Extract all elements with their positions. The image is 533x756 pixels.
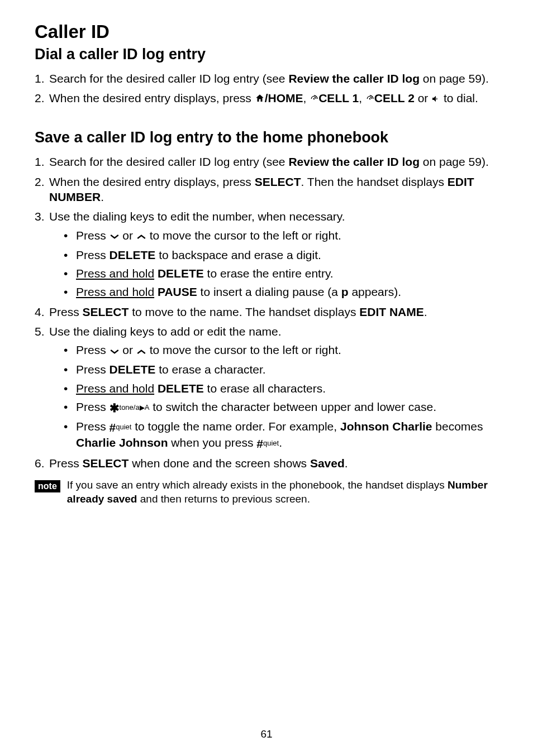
note-text: If you save an entry which already exist… [67, 479, 498, 506]
note-badge: note [35, 480, 60, 492]
text: to move to the name. The handset display… [129, 305, 359, 318]
text: Search for the desired caller ID log ent… [49, 155, 288, 168]
text: to insert a dialing pause (a [197, 285, 341, 298]
list-item: Press SELECT to move to the name. The ha… [35, 304, 498, 319]
text: Press [49, 305, 83, 318]
text-bold: Saved [310, 457, 345, 470]
text: . [101, 190, 104, 203]
text: on page 59). [420, 155, 489, 168]
list-item: Press and hold PAUSE to insert a dialing… [64, 284, 498, 299]
speaker-icon [431, 92, 440, 107]
text: becomes [432, 420, 483, 433]
text: Press [76, 400, 110, 413]
text-bold: DELETE [158, 267, 204, 280]
text: or [415, 92, 431, 104]
text: . [279, 436, 282, 449]
text: to switch the character between upper an… [149, 400, 436, 413]
text: to toggle the name order. For example, [131, 420, 340, 433]
text: on page 59). [420, 72, 489, 85]
text: , [359, 92, 365, 104]
text: when you press [168, 436, 257, 449]
text-underline: Press and hold [76, 285, 154, 298]
text: Use the dialing keys to edit the number,… [49, 210, 345, 223]
text: to backspace and erase a digit. [155, 248, 321, 261]
text: to move the cursor to the left or right. [146, 343, 341, 356]
asterisk-icon: ✱ [110, 400, 120, 415]
text: or [120, 343, 136, 356]
text-bold: p [341, 285, 349, 298]
list-item: Press or to move the cursor to the left … [64, 228, 498, 244]
list-item: Search for the desired caller ID log ent… [35, 154, 498, 169]
text-bold: CELL 1 [318, 92, 359, 104]
chevron-down-icon [110, 228, 120, 243]
page-number: 61 [0, 728, 533, 740]
key-label: quiet [116, 423, 131, 431]
list-item: Press SELECT when done and the screen sh… [35, 456, 498, 471]
text: Press [76, 420, 110, 433]
text-bold: Review the caller ID log [288, 155, 420, 168]
signal-icon [310, 92, 318, 107]
list-item: Press and hold DELETE to erase the entir… [64, 266, 498, 281]
text: Press [76, 343, 110, 356]
list-item: Press or to move the cursor to the left … [64, 342, 498, 358]
text: to erase the entire entry. [204, 267, 334, 280]
home-icon [255, 92, 265, 107]
list-item: Press and hold DELETE to erase all chara… [64, 381, 498, 396]
section-1-title: Dial a caller ID log entry [35, 46, 498, 63]
list-item: When the desired entry displays, press S… [35, 174, 498, 205]
text-underline: Press and hold [76, 382, 154, 395]
text: Press [49, 457, 83, 470]
sub-list: Press or to move the cursor to the left … [49, 228, 498, 300]
text: to erase a character. [155, 363, 265, 376]
list-item: Press #quiet to toggle the name order. F… [64, 419, 498, 451]
text-bold: DELETE [158, 382, 204, 395]
text-bold: PAUSE [158, 285, 197, 298]
note-block: note If you save an entry which already … [35, 479, 498, 506]
list-item: Use the dialing keys to edit the number,… [35, 209, 498, 299]
text: If you save an entry which already exist… [67, 479, 448, 491]
text: to erase all characters. [204, 382, 326, 395]
text: or [120, 229, 136, 242]
text-bold: DELETE [110, 363, 156, 376]
text-bold: Charlie Johnson [76, 436, 168, 449]
text: . [424, 305, 427, 318]
text-bold: Johnson Charlie [340, 420, 432, 433]
text: Press [76, 363, 110, 376]
page-title: Caller ID [35, 21, 498, 42]
list-item: Use the dialing keys to add or edit the … [35, 324, 498, 451]
text: Search for the desired caller ID log ent… [49, 72, 288, 85]
text-bold: SELECT [83, 305, 129, 318]
text-bold: Review the caller ID log [288, 72, 420, 85]
text: to move the cursor to the left or right. [146, 229, 341, 242]
text: and then returns to previous screen. [137, 493, 310, 505]
hash-icon: # [256, 436, 263, 451]
text: appears). [349, 285, 402, 298]
section-2-title: Save a caller ID log entry to the home p… [35, 129, 498, 146]
list-item: Press ✱tone/a▶A to switch the character … [64, 399, 498, 415]
text: . [345, 457, 348, 470]
text: Use the dialing keys to add or edit the … [49, 325, 282, 338]
text: when done and the screen shows [129, 457, 310, 470]
text-bold: DELETE [110, 248, 156, 261]
list-item: When the desired entry displays, press /… [35, 90, 498, 107]
signal-icon [365, 92, 374, 107]
text: , [303, 92, 310, 104]
text: When the desired entry displays, press [49, 92, 255, 104]
chevron-up-icon [136, 228, 146, 243]
sub-list: Press or to move the cursor to the left … [49, 342, 498, 451]
chevron-up-icon [136, 343, 146, 358]
text: When the desired entry displays, press [49, 175, 255, 188]
text-bold: CELL 2 [374, 92, 415, 104]
text: . Then the handset displays [301, 175, 448, 188]
text-bold: EDIT NAME [359, 305, 424, 318]
chevron-down-icon [110, 343, 120, 358]
text: Press [76, 248, 110, 261]
text: to dial. [440, 92, 478, 104]
list-item: Press DELETE to erase a character. [64, 362, 498, 377]
list-item: Press DELETE to backspace and erase a di… [64, 247, 498, 262]
section-2-list: Search for the desired caller ID log ent… [35, 154, 498, 471]
key-label: quiet [263, 439, 279, 447]
text-underline: Press and hold [76, 267, 154, 280]
text-bold: SELECT [255, 175, 301, 188]
hash-icon: # [110, 420, 116, 435]
